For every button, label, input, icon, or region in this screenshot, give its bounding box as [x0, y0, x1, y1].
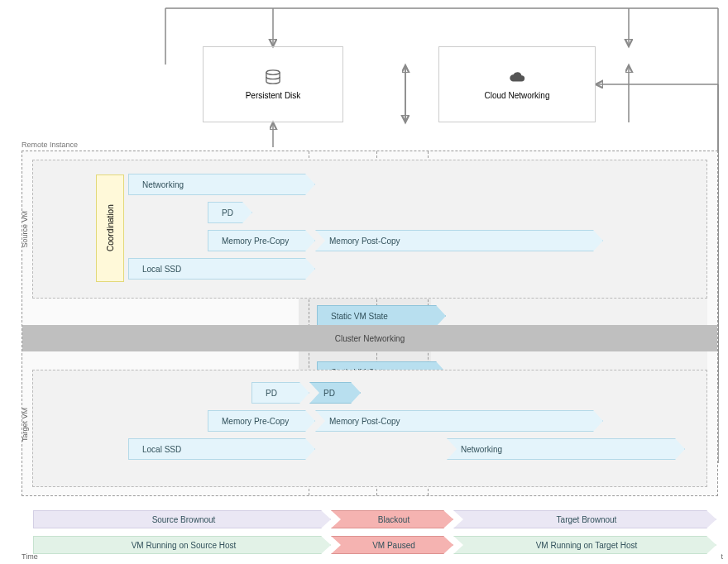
target-vm-label: Target VM — [21, 408, 29, 442]
database-icon — [264, 69, 282, 84]
static-vm-state-bar-source: Static VM State — [317, 305, 446, 327]
time-t-label: t — [721, 552, 723, 561]
blackout-bar: Blackout — [331, 510, 453, 528]
local-ssd-bar-source: Local SSD — [128, 258, 315, 280]
time-label: Time — [22, 552, 38, 561]
coordination-bar: Coordination — [96, 174, 124, 282]
memory-postcopy-bar-source: Memory Post-Copy — [315, 230, 603, 251]
vm-paused-bar: VM Paused — [331, 536, 453, 554]
vm-running-source-bar: VM Running on Source Host — [33, 536, 331, 554]
local-ssd-bar-target: Local SSD — [128, 438, 315, 460]
cloud-networking-label: Cloud Networking — [485, 91, 550, 100]
memory-precopy-bar-target: Memory Pre-Copy — [208, 410, 315, 432]
pd-bar-target-1: PD — [251, 382, 309, 404]
coordination-label: Coordination — [106, 205, 115, 252]
memory-postcopy-bar-target: Memory Post-Copy — [315, 410, 603, 432]
cloud-networking-box: Cloud Networking — [438, 46, 596, 122]
memory-precopy-bar-source: Memory Pre-Copy — [208, 230, 315, 251]
cluster-networking-band: Cluster Networking — [22, 325, 717, 351]
source-vm-label: Source VM — [21, 211, 29, 248]
pd-bar-target-2: PD — [309, 382, 361, 404]
target-brownout-bar: Target Brownout — [453, 510, 716, 528]
pd-bar-source: PD — [208, 202, 252, 223]
networking-bar-source: Networking — [128, 174, 315, 195]
vm-running-target-bar: VM Running on Target Host — [453, 536, 716, 554]
target-vm-box: PD PD Memory Pre-Copy Memory Post-Copy L… — [32, 370, 707, 487]
networking-bar-target: Networking — [447, 438, 685, 460]
svg-point-0 — [266, 69, 280, 74]
cloud-icon — [508, 69, 526, 84]
source-brownout-bar: Source Brownout — [33, 510, 331, 528]
cluster-networking-label: Cluster Networking — [335, 334, 405, 343]
remote-instance-label: Remote Instance — [22, 141, 78, 149]
persistent-disk-box: Persistent Disk — [203, 46, 343, 122]
source-vm-box: Coordination Networking PD Memory Pre-Co… — [32, 160, 707, 299]
remote-instance-box: Source VM Coordination Networking PD Mem… — [22, 151, 718, 496]
persistent-disk-label: Persistent Disk — [246, 91, 301, 100]
